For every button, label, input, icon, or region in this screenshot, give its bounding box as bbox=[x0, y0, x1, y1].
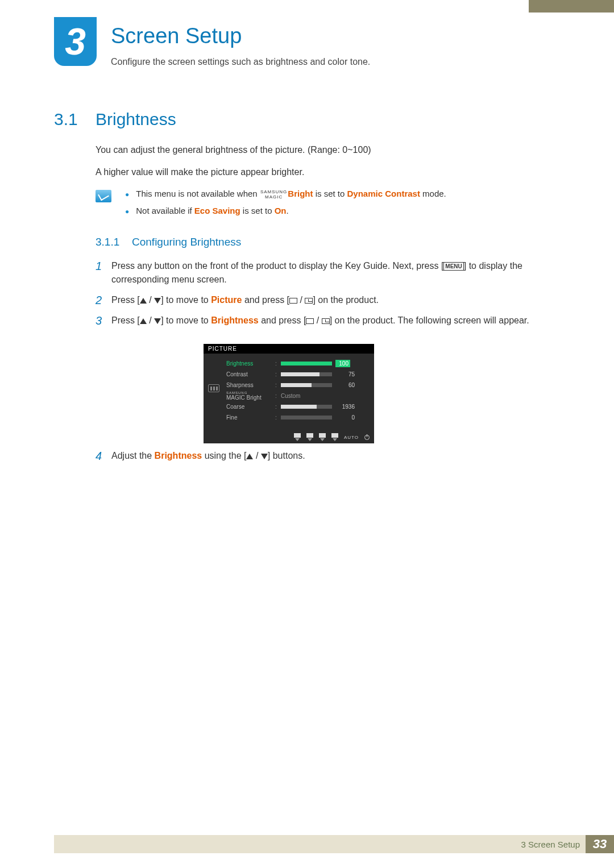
osd-label: Sharpness bbox=[226, 382, 275, 388]
osd-label: Fine bbox=[226, 414, 275, 421]
osd-row-sharpness: Sharpness : 60 bbox=[226, 380, 367, 391]
step-text: Adjust the bbox=[111, 451, 155, 460]
note-text: This menu is not available when bbox=[136, 189, 260, 198]
step-text: ] buttons. bbox=[268, 451, 305, 460]
osd-value: 60 bbox=[335, 382, 355, 388]
osd-value: 1936 bbox=[335, 404, 355, 410]
footer-chapter-label: 3 Screen Setup bbox=[521, 840, 580, 849]
step-text: Press any button on the front of the pro… bbox=[111, 261, 443, 271]
down-arrow-icon bbox=[154, 318, 161, 324]
osd-nav-bar: AUTO bbox=[294, 433, 370, 441]
osd-nav-enter-icon bbox=[331, 433, 338, 441]
enter-icon bbox=[322, 318, 330, 324]
chapter-number-badge: 3 bbox=[54, 17, 97, 66]
section-number: 3.1 bbox=[54, 110, 78, 129]
note-icon bbox=[96, 190, 111, 202]
note-list: ● This menu is not available when SAMSUN… bbox=[125, 189, 557, 223]
brightness-label: Brightness bbox=[211, 315, 259, 325]
osd-value: 0 bbox=[335, 414, 355, 421]
osd-value: 75 bbox=[335, 371, 355, 377]
step-number: 1 bbox=[96, 259, 111, 286]
note-text: Not available if bbox=[136, 206, 194, 215]
chapter-description: Configure the screen settings such as br… bbox=[111, 57, 370, 67]
bullet-icon: ● bbox=[125, 206, 129, 217]
osd-nav-back-icon bbox=[294, 433, 301, 441]
enter-icon bbox=[305, 298, 313, 304]
step-number: 2 bbox=[96, 293, 111, 307]
section-paragraph-2: A higher value will make the picture app… bbox=[96, 167, 304, 177]
osd-nav-power-icon bbox=[364, 435, 370, 440]
step-2: 2 Press [ / ] to move to Picture and pre… bbox=[96, 293, 557, 307]
brightness-label: Brightness bbox=[155, 451, 202, 460]
osd-row-magic-bright: SAMSUNGMAGIC Bright : Custom bbox=[226, 391, 367, 401]
on-label: On bbox=[275, 206, 287, 215]
footer-page-number: 33 bbox=[586, 835, 614, 853]
dynamic-contrast-label: Dynamic Contrast bbox=[347, 189, 420, 198]
step-number: 3 bbox=[96, 314, 111, 327]
samsung-magic-logo: SAMSUNGMAGIC bbox=[260, 189, 287, 200]
subsection-number: 3.1.1 bbox=[96, 236, 119, 248]
osd-title: PICTURE bbox=[204, 344, 374, 354]
osd-label: Brightness bbox=[226, 360, 275, 367]
osd-value: 100 bbox=[335, 360, 350, 367]
osd-picture-icon bbox=[208, 384, 219, 392]
step-4: 4 Adjust the Brightness using the [ / ] … bbox=[96, 449, 557, 463]
step-text: Press [ bbox=[111, 295, 140, 305]
osd-slider bbox=[281, 362, 332, 366]
osd-nav-auto-label: AUTO bbox=[344, 435, 359, 440]
section-title: Brightness bbox=[96, 110, 176, 129]
osd-row-brightness: Brightness : 100 bbox=[226, 358, 367, 369]
osd-nav-plus-icon bbox=[319, 433, 326, 441]
osd-slider bbox=[281, 383, 332, 387]
step-text: ] on the product. bbox=[313, 295, 379, 305]
bullet-icon: ● bbox=[125, 189, 129, 200]
step-text: and press [ bbox=[242, 295, 289, 305]
source-icon bbox=[289, 298, 297, 304]
section-paragraph-1: You can adjust the general brightness of… bbox=[96, 145, 371, 155]
magic-bright-label: Bright bbox=[288, 189, 313, 198]
footer-bar: 3 Screen Setup 33 bbox=[54, 835, 614, 853]
osd-row-contrast: Contrast : 75 bbox=[226, 369, 367, 380]
step-text: ] to move to bbox=[161, 295, 211, 305]
note-text: is set to bbox=[313, 189, 347, 198]
note-item-1: ● This menu is not available when SAMSUN… bbox=[125, 189, 557, 200]
step-text: ] to move to bbox=[161, 315, 211, 325]
down-arrow-icon bbox=[261, 454, 268, 459]
osd-nav-minus-icon bbox=[306, 433, 313, 441]
osd-label: SAMSUNGMAGIC Bright bbox=[226, 391, 275, 401]
source-icon bbox=[306, 318, 314, 324]
note-text: mode. bbox=[420, 189, 446, 198]
osd-label: Coarse bbox=[226, 404, 275, 410]
up-arrow-icon bbox=[140, 298, 147, 304]
step-text: and press [ bbox=[259, 315, 306, 325]
step-text: using the [ bbox=[202, 451, 246, 460]
chapter-title: Screen Setup bbox=[111, 24, 242, 48]
osd-value: Custom bbox=[281, 393, 300, 399]
osd-row-fine: Fine : 0 bbox=[226, 412, 367, 423]
up-arrow-icon bbox=[246, 454, 253, 459]
step-3: 3 Press [ / ] to move to Brightness and … bbox=[96, 314, 557, 327]
step-number: 4 bbox=[96, 449, 111, 463]
subsection-title: Configuring Brightness bbox=[132, 236, 241, 248]
note-text: . bbox=[287, 206, 289, 215]
osd-row-coarse: Coarse : 1936 bbox=[226, 401, 367, 412]
step-list: 1 Press any button on the front of the p… bbox=[96, 259, 557, 334]
down-arrow-icon bbox=[154, 298, 161, 304]
note-item-2: ● Not available if Eco Saving is set to … bbox=[125, 206, 557, 217]
osd-slider bbox=[281, 405, 332, 409]
osd-slider bbox=[281, 416, 332, 420]
picture-label: Picture bbox=[211, 295, 242, 305]
menu-key-icon: MENU bbox=[443, 262, 463, 271]
top-accent-bar bbox=[529, 0, 614, 13]
note-text: is set to bbox=[240, 206, 275, 215]
osd-slider bbox=[281, 372, 332, 376]
step-text: ] on the product. The following screen w… bbox=[330, 315, 529, 325]
up-arrow-icon bbox=[140, 318, 147, 324]
step-text: Press [ bbox=[111, 315, 140, 325]
osd-label: Contrast bbox=[226, 371, 275, 377]
osd-screenshot: PICTURE Brightness : 100 Contrast : 75 S… bbox=[204, 344, 374, 443]
eco-saving-label: Eco Saving bbox=[194, 206, 240, 215]
step-1: 1 Press any button on the front of the p… bbox=[96, 259, 557, 286]
